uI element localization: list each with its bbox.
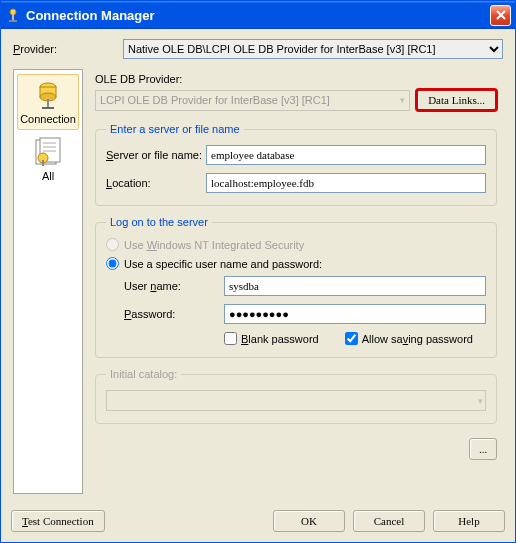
main-area: Connection All OLE DB Provider: LCPI OLE… <box>13 69 503 494</box>
chevron-down-icon: ▾ <box>400 95 405 105</box>
location-input[interactable] <box>206 173 486 193</box>
blank-password-check[interactable]: Blank password <box>224 332 319 345</box>
allow-save-check[interactable]: Allow saving password <box>345 332 473 345</box>
initial-catalog-combo: ▾ <box>106 390 486 411</box>
content-area: Provider: Native OLE DB\LCPI OLE DB Prov… <box>1 29 515 502</box>
username-input[interactable] <box>224 276 486 296</box>
sidebar-item-label: Connection <box>20 113 76 125</box>
svg-rect-14 <box>42 160 44 166</box>
server-file-input[interactable] <box>206 145 486 165</box>
sidebar-item-label: All <box>42 170 54 182</box>
nt-auth-radio <box>106 238 119 251</box>
provider-row: Provider: Native OLE DB\LCPI OLE DB Prov… <box>13 39 503 59</box>
logon-legend: Log on to the server <box>106 216 212 228</box>
provider-select[interactable]: Native OLE DB\LCPI OLE DB Provider for I… <box>123 39 503 59</box>
connection-icon <box>32 79 64 111</box>
server-fieldset: Enter a server or file name Server or fi… <box>95 123 497 206</box>
connection-manager-window: Connection Manager Provider: Native OLE … <box>0 0 516 543</box>
allow-save-checkbox[interactable] <box>345 332 358 345</box>
chevron-down-icon: ▾ <box>478 396 483 406</box>
right-pane: OLE DB Provider: LCPI OLE DB Provider fo… <box>91 69 503 494</box>
specific-auth-radio-row[interactable]: Use a specific user name and password: <box>106 257 486 270</box>
sidebar-item-all[interactable]: All <box>17 132 79 186</box>
server-legend: Enter a server or file name <box>106 123 244 135</box>
more-button[interactable]: ... <box>469 438 497 460</box>
nt-auth-label: Use Windows NT Integrated Security <box>124 239 304 251</box>
window-title: Connection Manager <box>26 8 490 23</box>
initial-catalog-fieldset: Initial catalog: ▾ <box>95 368 497 424</box>
password-label: Password: <box>124 308 224 320</box>
cancel-button[interactable]: Cancel <box>353 510 425 532</box>
footer: Test Connection OK Cancel Help <box>1 502 515 542</box>
server-file-label: Server or file name: <box>106 149 206 161</box>
titlebar: Connection Manager <box>1 1 515 29</box>
svg-rect-1 <box>12 14 14 20</box>
sidebar: Connection All <box>13 69 83 494</box>
sidebar-item-connection[interactable]: Connection <box>17 74 79 130</box>
ole-provider-value: LCPI OLE DB Provider for InterBase [v3] … <box>100 94 330 106</box>
username-label: User name: <box>124 280 224 292</box>
svg-rect-2 <box>9 20 17 22</box>
provider-label: Provider: <box>13 43 123 55</box>
ole-provider-combo: LCPI OLE DB Provider for InterBase [v3] … <box>95 90 410 111</box>
test-connection-button[interactable]: Test Connection <box>11 510 105 532</box>
svg-rect-7 <box>42 107 54 109</box>
password-input[interactable] <box>224 304 486 324</box>
help-button[interactable]: Help <box>433 510 505 532</box>
all-icon <box>32 136 64 168</box>
specific-auth-label: Use a specific user name and password: <box>124 258 322 270</box>
nt-auth-radio-row: Use Windows NT Integrated Security <box>106 238 486 251</box>
svg-rect-6 <box>47 99 49 107</box>
blank-password-checkbox[interactable] <box>224 332 237 345</box>
ole-provider-label: OLE DB Provider: <box>95 73 497 85</box>
specific-auth-radio[interactable] <box>106 257 119 270</box>
initial-catalog-legend: Initial catalog: <box>106 368 181 380</box>
ok-button[interactable]: OK <box>273 510 345 532</box>
app-icon <box>5 7 21 23</box>
location-label: Location: <box>106 177 206 189</box>
close-button[interactable] <box>490 5 511 26</box>
logon-fieldset: Log on to the server Use Windows NT Inte… <box>95 216 497 358</box>
data-links-button[interactable]: Data Links... <box>416 89 497 111</box>
